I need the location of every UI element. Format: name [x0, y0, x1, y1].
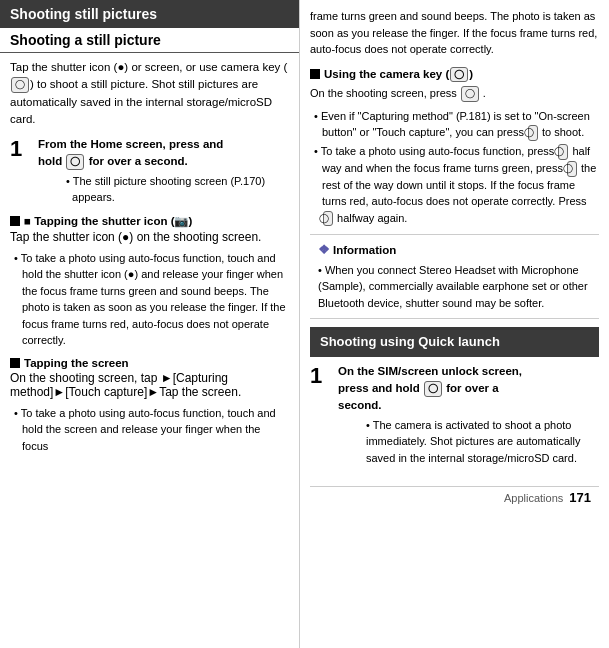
- shutter-icon-inline: ●: [117, 61, 124, 73]
- shutter-icon3: ●: [122, 230, 129, 244]
- step-2-text: On the SIM/screen unlock screen,press an…: [338, 363, 599, 415]
- right-content: frame turns green and sound beeps. The p…: [310, 8, 599, 478]
- tapping-shutter-bullet: To take a photo using auto-focus functio…: [10, 250, 289, 349]
- right-column: frame turns green and sound beeps. The p…: [300, 0, 609, 648]
- left-content: Tap the shutter icon (●) or screen, or u…: [0, 53, 299, 462]
- information-header: ❖ Information: [318, 240, 591, 260]
- camera-key-bullet-2: To take a photo using auto-focus functio…: [310, 143, 599, 227]
- cam-key-icon: ◯: [11, 77, 29, 93]
- step-2-row: 1 On the SIM/screen unlock screen,press …: [310, 363, 599, 466]
- using-camera-key-header: Using the camera key (◯): [310, 66, 599, 83]
- step-2-number: 1: [310, 363, 332, 389]
- cam-key-b2a: ◯: [558, 144, 568, 160]
- using-camera-key-body: On the shooting screen, press ◯ .: [310, 85, 599, 102]
- cam-key-b1: ◯: [528, 125, 538, 141]
- tapping-screen-body: On the shooting screen, tap ►[Capturing …: [10, 371, 289, 399]
- section-header-left: Shooting still pictures: [0, 0, 299, 28]
- step-1-number: 1: [10, 136, 32, 162]
- step2-area: 1 On the SIM/screen unlock screen,press …: [310, 357, 599, 478]
- section-header-quick-launch: Shooting using Quick launch: [310, 327, 599, 357]
- page-number: 171: [569, 490, 591, 505]
- right-wrapper: frame turns green and sound beeps. The p…: [310, 8, 599, 640]
- tapping-screen-bullet: To take a photo using auto-focus functio…: [10, 405, 289, 455]
- step-1-text: From the Home screen, press andhold ◯ fo…: [38, 136, 265, 171]
- camera-key-bullet-1: Even if "Capturing method" (P.181) is se…: [310, 108, 599, 141]
- step-1-row: 1 From the Home screen, press andhold ◯ …: [10, 136, 289, 206]
- diamond-icon: ❖: [318, 240, 330, 260]
- footer: Applications 171: [310, 486, 599, 508]
- cam-key-body: ◯: [461, 86, 479, 102]
- shutter-icon4: ●: [128, 268, 135, 280]
- subsection-header: Shooting a still picture: [0, 28, 299, 53]
- continuation-text: frame turns green and sound beeps. The p…: [310, 8, 599, 58]
- square-icon: [10, 216, 20, 226]
- information-box: ❖ Information When you connect Stereo He…: [310, 234, 599, 319]
- square-icon3: [310, 69, 320, 79]
- step-1-subtext: • The still picture shooting screen (P.1…: [66, 173, 265, 206]
- left-column: Shooting still pictures Shooting a still…: [0, 0, 300, 648]
- step-2-subtext: • The camera is activated to shoot a pho…: [366, 417, 599, 467]
- cam-key-b2b: ◯: [567, 161, 577, 177]
- square-icon2: [10, 358, 20, 368]
- tapping-screen-header: Tapping the screen: [10, 357, 289, 369]
- cam-key-b2c: ◯: [323, 211, 333, 227]
- tapping-shutter-body: Tap the shutter icon (●) on the shooting…: [10, 230, 289, 244]
- cam-key-header: ◯: [450, 67, 468, 83]
- footer-label: Applications: [504, 492, 563, 504]
- intro-text: Tap the shutter icon (●) or screen, or u…: [10, 59, 289, 128]
- information-bullet: When you connect Stereo Headset with Mic…: [318, 262, 591, 312]
- cam-key-step2: ◯: [424, 381, 442, 397]
- tapping-shutter-header: ■ Tapping the shutter icon (📷): [10, 214, 289, 228]
- cam-key-step1: ◯: [66, 154, 84, 170]
